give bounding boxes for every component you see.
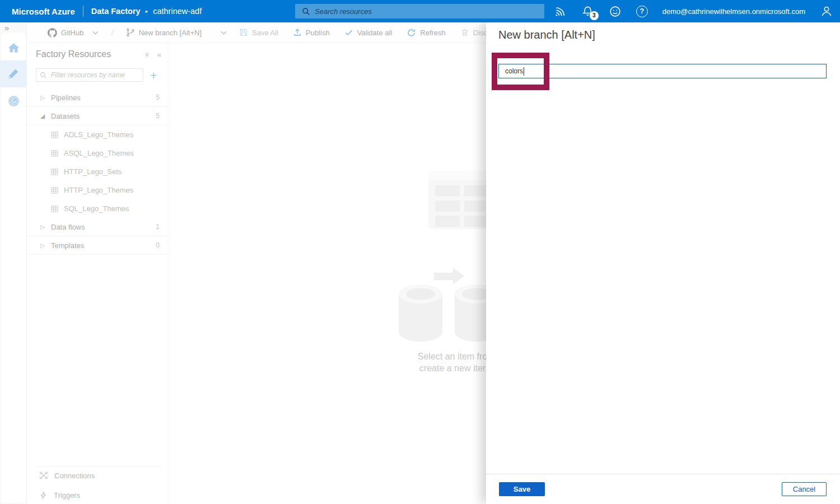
add-resource-button[interactable]: +: [150, 69, 157, 81]
divider: [486, 474, 840, 474]
topbar-actions: 3 ? demo@cathrinewilhelmsen.onmicrosoft.…: [553, 0, 833, 22]
save-all-button[interactable]: Save All: [239, 28, 278, 37]
publish-button[interactable]: Publish: [293, 28, 330, 37]
dataset-table-icon: [50, 167, 59, 176]
dataset-table-icon: [50, 204, 59, 213]
git-provider-dropdown[interactable]: GitHub: [48, 28, 99, 38]
gauge-icon: [7, 95, 20, 108]
feedback-smiley-icon[interactable]: [609, 5, 622, 18]
dataset-item[interactable]: HTTP_Lego_Themes: [27, 181, 169, 199]
divider: [36, 466, 161, 466]
lightning-icon: [39, 491, 48, 500]
collapse-all-icon[interactable]: »: [143, 52, 152, 56]
database-cylinder-illustration: [399, 284, 442, 342]
section-count: 1: [156, 223, 160, 231]
database-cylinder-illustration: [455, 284, 486, 342]
caret-collapsed-icon[interactable]: ▷: [39, 224, 46, 230]
table-illustration: [428, 171, 486, 229]
expand-rail-icon[interactable]: »: [4, 23, 8, 32]
discard-all-button[interactable]: Discard all: [460, 28, 486, 37]
text-cursor: [524, 67, 524, 76]
search-icon: [302, 7, 310, 16]
account-person-icon[interactable]: [820, 4, 833, 18]
arrow-illustration: [434, 268, 468, 284]
github-icon: [48, 28, 57, 38]
home-icon: [7, 41, 21, 55]
publish-icon: [293, 28, 302, 37]
nav-author[interactable]: [0, 60, 27, 87]
left-nav-rail: »: [0, 22, 27, 504]
save-icon: [239, 28, 248, 37]
cancel-button[interactable]: Cancel: [782, 482, 827, 496]
validate-all-button[interactable]: Validate all: [344, 28, 393, 37]
panel-title: New branch [Alt+N]: [498, 29, 595, 41]
notification-count-badge: 3: [590, 11, 599, 20]
connections-icon: [39, 471, 48, 480]
connections-link[interactable]: Connections: [27, 468, 169, 483]
search-input[interactable]: [314, 7, 540, 16]
dataset-item[interactable]: ADLS_Lego_Themes: [27, 125, 169, 144]
branch-selector-dropdown[interactable]: New branch [Alt+N]: [126, 28, 227, 37]
filter-resources-input[interactable]: [50, 71, 139, 80]
slash-separator: /: [111, 28, 113, 38]
dataset-table-icon: [50, 130, 59, 139]
new-branch-panel: New branch [Alt+N] colors Save Cancel: [486, 22, 840, 504]
section-count: 5: [156, 94, 160, 101]
resource-tree: ▷ Pipelines 5 ◢ Datasets 5 ADLS_Lego_The…: [27, 88, 169, 255]
tree-section-datasets[interactable]: ◢ Datasets 5: [27, 107, 169, 125]
caret-collapsed-icon[interactable]: ▷: [39, 95, 46, 101]
factory-resources-title: Factory Resources: [36, 49, 138, 59]
top-bar: Microsoft Azure Data Factory ▸ cathrinew…: [0, 0, 840, 22]
help-icon[interactable]: ?: [636, 6, 648, 17]
refresh-button[interactable]: Refresh: [407, 28, 446, 38]
checkmark-icon: [344, 28, 353, 37]
caret-expanded-icon[interactable]: ◢: [39, 113, 46, 120]
save-button[interactable]: Save: [499, 482, 545, 496]
dataset-table-icon: [50, 149, 59, 157]
tree-section-pipelines[interactable]: ▷ Pipelines 5: [27, 88, 169, 107]
azure-logo[interactable]: Microsoft Azure: [12, 7, 75, 16]
factory-resources-panel: Factory Resources » « + ▷ Pipelines 5 ◢: [27, 43, 170, 504]
collapse-panel-icon[interactable]: «: [157, 50, 161, 59]
nav-home[interactable]: [0, 35, 27, 62]
dataset-item[interactable]: HTTP_Lego_Sets: [27, 162, 169, 181]
triggers-link[interactable]: Triggers: [27, 488, 169, 502]
caret-collapsed-icon[interactable]: ▷: [39, 242, 46, 249]
section-count: 0: [156, 241, 160, 249]
breadcrumb-app[interactable]: Data Factory: [91, 7, 141, 16]
topbar-divider: [83, 6, 83, 17]
tree-section-data-flows[interactable]: ▷ Data flows 1: [27, 218, 169, 236]
dataset-item[interactable]: ASQL_Lego_Themes: [27, 144, 169, 162]
new-branch-name-input[interactable]: colors: [498, 64, 827, 78]
global-search: [295, 4, 544, 18]
git-branch-icon: [126, 28, 135, 37]
chevron-down-icon: [92, 31, 99, 35]
nav-monitor[interactable]: [0, 87, 27, 114]
authoring-toolbar: GitHub / New branch [Alt+N] Save All Pub…: [27, 22, 486, 43]
breadcrumb-factory-name[interactable]: cathrinew-adf: [153, 7, 202, 16]
authoring-canvas: Select an item fro create a new iter: [170, 43, 486, 504]
dataset-table-icon: [50, 186, 59, 194]
section-count: 5: [156, 112, 160, 120]
empty-canvas-message: Select an item fro create a new iter: [414, 351, 486, 374]
pencil-icon: [7, 67, 20, 81]
notifications-bell-icon[interactable]: 3: [581, 5, 594, 18]
trash-icon: [460, 28, 469, 37]
refresh-icon: [407, 28, 416, 38]
dataset-item[interactable]: SQL_Lego_Themes: [27, 199, 169, 218]
search-icon: [40, 72, 47, 79]
breadcrumb-chevron-icon: ▸: [146, 8, 148, 14]
debug-signal-icon[interactable]: [553, 4, 567, 18]
filter-resources-box: [36, 68, 143, 82]
chevron-down-icon: [221, 31, 227, 35]
account-email[interactable]: demo@cathrinewilhelmsen.onmicrosoft.com: [662, 7, 805, 16]
azure-data-factory-app: Microsoft Azure Data Factory ▸ cathrinew…: [0, 0, 840, 504]
tree-section-templates[interactable]: ▷ Templates 0: [27, 236, 169, 255]
